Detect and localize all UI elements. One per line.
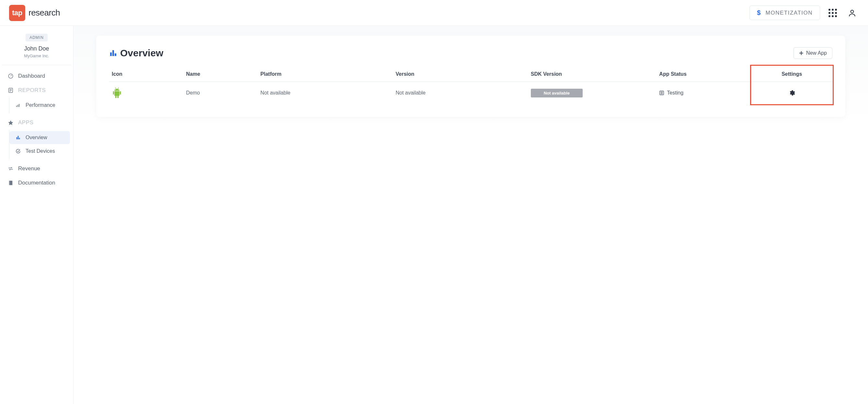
nav-section-reports: REPORTS — [0, 83, 73, 97]
nav-test-devices[interactable]: Test Devices — [9, 145, 70, 158]
cell-version: Not available — [393, 82, 528, 104]
nav-label: Overview — [26, 135, 47, 140]
col-app-status: App Status — [656, 67, 751, 82]
svg-rect-8 — [19, 104, 20, 107]
transfer-icon — [8, 166, 13, 172]
page-title: Overview — [120, 47, 163, 59]
admin-badge: ADMIN — [26, 34, 48, 41]
svg-rect-14 — [9, 181, 10, 185]
brand-logo[interactable]: tap research — [9, 5, 60, 21]
user-name: John Doe — [8, 45, 65, 52]
android-icon — [112, 87, 181, 99]
nav-revenue[interactable]: Revenue — [0, 162, 73, 176]
svg-rect-24 — [113, 91, 114, 95]
svg-rect-19 — [799, 53, 803, 54]
chart-icon — [15, 135, 21, 140]
svg-rect-9 — [20, 103, 21, 107]
person-icon — [848, 9, 856, 17]
top-bar: tap research $ MONETIZATION — [0, 0, 868, 26]
report-icon — [8, 88, 13, 93]
col-sdk-version: SDK Version — [528, 67, 657, 82]
check-circle-icon — [15, 148, 21, 154]
svg-line-23 — [118, 88, 119, 89]
svg-marker-10 — [8, 121, 13, 125]
svg-rect-6 — [16, 105, 17, 107]
new-app-button[interactable]: New App — [794, 47, 832, 59]
monetization-label: MONETIZATION — [766, 10, 813, 16]
nav-label: Dashboard — [18, 73, 45, 79]
nav-performance[interactable]: Performance — [9, 99, 70, 112]
book-icon — [8, 180, 13, 186]
nav-label: Performance — [26, 102, 55, 108]
svg-rect-15 — [110, 53, 112, 56]
nav-overview[interactable]: Overview — [9, 131, 70, 144]
dollar-icon: $ — [757, 9, 761, 16]
plus-icon — [799, 51, 804, 55]
signal-icon — [15, 103, 21, 108]
svg-rect-13 — [19, 138, 20, 139]
svg-rect-25 — [120, 91, 121, 95]
sidebar: ADMIN John Doe MyGame Inc. Dashboard REP… — [0, 26, 73, 404]
nav-label: Documentation — [18, 180, 55, 186]
col-version: Version — [393, 67, 528, 82]
col-platform: Platform — [258, 67, 393, 82]
table-row: Demo Not available Not available Not ava… — [109, 82, 832, 104]
app-switcher-button[interactable] — [826, 6, 839, 20]
chart-icon — [109, 49, 117, 57]
account-button[interactable] — [845, 6, 859, 20]
gear-icon — [789, 90, 795, 96]
svg-rect-7 — [18, 105, 18, 107]
grid-icon — [829, 9, 837, 17]
nav-section-label: APPS — [18, 120, 33, 126]
cell-icon — [109, 82, 184, 104]
svg-point-20 — [115, 89, 116, 90]
svg-line-22 — [115, 88, 116, 89]
nav-label: Test Devices — [26, 148, 55, 154]
company-name: MyGame Inc. — [8, 54, 65, 58]
cell-platform: Not available — [258, 82, 393, 104]
gauge-icon — [8, 73, 13, 79]
monetization-button[interactable]: $ MONETIZATION — [749, 5, 820, 20]
sdk-pill: Not available — [531, 89, 583, 97]
list-icon — [659, 90, 664, 96]
col-name: Name — [184, 67, 258, 82]
cell-sdk-version: Not available — [528, 82, 657, 104]
nav-label: Revenue — [18, 165, 40, 172]
cell-name: Demo — [184, 82, 258, 104]
cell-app-status: Testing — [656, 82, 751, 104]
cell-settings — [751, 82, 833, 104]
svg-rect-17 — [115, 54, 116, 56]
brand-name: research — [29, 8, 60, 18]
svg-rect-11 — [17, 137, 18, 139]
main-content: Overview New App Icon Name Platform Vers… — [73, 26, 868, 404]
nav-section-apps: APPS — [0, 115, 73, 130]
brand-mark: tap — [9, 5, 25, 21]
svg-rect-16 — [113, 50, 114, 56]
settings-button[interactable] — [754, 90, 830, 96]
col-settings: Settings — [751, 67, 833, 82]
nav-section-label: REPORTS — [18, 87, 46, 94]
overview-card: Overview New App Icon Name Platform Vers… — [96, 36, 845, 117]
svg-point-0 — [851, 10, 854, 13]
col-icon: Icon — [109, 67, 184, 82]
new-app-label: New App — [806, 50, 827, 56]
nav-dashboard[interactable]: Dashboard — [0, 69, 73, 83]
status-label: Testing — [667, 90, 683, 96]
apps-table: Icon Name Platform Version SDK Version A… — [109, 67, 832, 104]
svg-point-21 — [118, 89, 119, 90]
svg-rect-12 — [18, 136, 19, 139]
star-icon — [8, 120, 13, 126]
user-block: ADMIN John Doe MyGame Inc. — [2, 31, 71, 65]
nav-documentation[interactable]: Documentation — [0, 176, 73, 190]
